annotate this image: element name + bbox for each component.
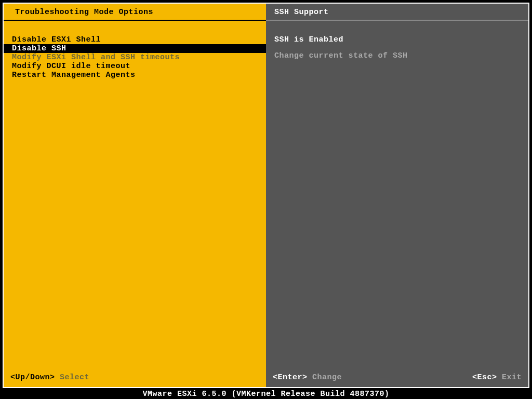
right-pane: SSH Support SSH is Enabled Change curren… [266, 4, 528, 387]
left-footer: <Up/Down> Select [10, 373, 89, 382]
detail-body: SSH is Enabled Change current state of S… [266, 21, 528, 60]
menu-item-restart-agents[interactable]: Restart Management Agents [4, 71, 266, 79]
esc-key-hint: <Esc> [472, 373, 497, 382]
status-bar: VMware ESXi 6.5.0 (VMKernel Release Buil… [0, 389, 532, 399]
menu-item-disable-esxi-shell[interactable]: Disable ESXi Shell [4, 35, 266, 44]
menu-item-modify-dcui-timeout[interactable]: Modify DCUI idle timeout [4, 62, 266, 71]
main-frame: Troubleshooting Mode Options Disable ESX… [3, 3, 529, 388]
right-footer: <Enter> Change <Esc> Exit [273, 373, 522, 382]
enter-key-label: Change [312, 373, 342, 382]
updown-key-label: Select [60, 373, 89, 382]
ssh-status: SSH is Enabled [274, 35, 520, 44]
enter-key-hint: <Enter> [273, 373, 308, 382]
esc-hint: <Esc> Exit [472, 373, 522, 382]
esc-key-label: Exit [502, 373, 522, 382]
menu-item-modify-timeouts[interactable]: Modify ESXi Shell and SSH timeouts [4, 53, 266, 62]
enter-hint: <Enter> Change [273, 373, 342, 382]
right-pane-title: SSH Support [266, 4, 528, 21]
left-pane: Troubleshooting Mode Options Disable ESX… [4, 4, 266, 387]
updown-key-hint: <Up/Down> [10, 373, 55, 382]
menu-list: Disable ESXi Shell Disable SSH Modify ES… [4, 21, 266, 79]
ssh-description: Change current state of SSH [274, 51, 520, 60]
menu-item-disable-ssh[interactable]: Disable SSH [4, 44, 266, 53]
left-pane-title: Troubleshooting Mode Options [4, 4, 266, 21]
